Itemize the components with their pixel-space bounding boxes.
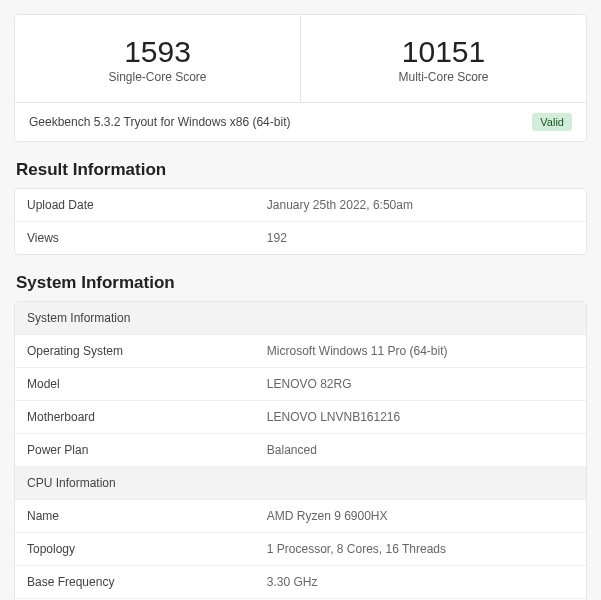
result-info-panel: Upload DateJanuary 25th 2022, 6:50amView…: [14, 188, 587, 255]
row-key: Topology: [15, 533, 255, 565]
single-core-value: 1593: [25, 35, 290, 68]
table-header-label: System Information: [15, 302, 586, 334]
row-value: 192: [255, 222, 586, 254]
version-text: Geekbench 5.3.2 Tryout for Windows x86 (…: [29, 115, 290, 129]
system-info-heading: System Information: [16, 273, 587, 293]
table-row: MotherboardLENOVO LNVNB161216: [15, 400, 586, 433]
row-key: Upload Date: [15, 189, 255, 221]
row-value: LENOVO LNVNB161216: [255, 401, 586, 433]
row-value: AMD Ryzen 9 6900HX: [255, 500, 586, 532]
scores-row: 1593 Single-Core Score 10151 Multi-Core …: [15, 15, 586, 103]
version-row: Geekbench 5.3.2 Tryout for Windows x86 (…: [15, 103, 586, 141]
row-value: 3.30 GHz: [255, 566, 586, 598]
row-key: Operating System: [15, 335, 255, 367]
row-key: Power Plan: [15, 434, 255, 466]
table-header: CPU Information: [15, 466, 586, 499]
multi-core-value: 10151: [311, 35, 576, 68]
table-header: System Information: [15, 302, 586, 334]
row-key: Motherboard: [15, 401, 255, 433]
row-key: Model: [15, 368, 255, 400]
table-row: NameAMD Ryzen 9 6900HX: [15, 499, 586, 532]
table-row: Topology1 Processor, 8 Cores, 16 Threads: [15, 532, 586, 565]
table-row: ModelLENOVO 82RG: [15, 367, 586, 400]
score-card: 1593 Single-Core Score 10151 Multi-Core …: [14, 14, 587, 142]
system-info-panel: System InformationOperating SystemMicros…: [14, 301, 587, 600]
row-value: Balanced: [255, 434, 586, 466]
row-key: Base Frequency: [15, 566, 255, 598]
table-row: Power PlanBalanced: [15, 433, 586, 466]
multi-core-label: Multi-Core Score: [311, 70, 576, 84]
table-row: Views192: [15, 221, 586, 254]
table-header-label: CPU Information: [15, 467, 586, 499]
row-value: 1 Processor, 8 Cores, 16 Threads: [255, 533, 586, 565]
row-value: LENOVO 82RG: [255, 368, 586, 400]
result-info-heading: Result Information: [16, 160, 587, 180]
single-core-block: 1593 Single-Core Score: [15, 15, 300, 102]
table-row: Upload DateJanuary 25th 2022, 6:50am: [15, 189, 586, 221]
table-row: Base Frequency3.30 GHz: [15, 565, 586, 598]
row-key: Name: [15, 500, 255, 532]
single-core-label: Single-Core Score: [25, 70, 290, 84]
row-key: Views: [15, 222, 255, 254]
multi-core-block: 10151 Multi-Core Score: [300, 15, 586, 102]
row-value: January 25th 2022, 6:50am: [255, 189, 586, 221]
table-row: Operating SystemMicrosoft Windows 11 Pro…: [15, 334, 586, 367]
row-value: Microsoft Windows 11 Pro (64-bit): [255, 335, 586, 367]
valid-badge: Valid: [532, 113, 572, 131]
